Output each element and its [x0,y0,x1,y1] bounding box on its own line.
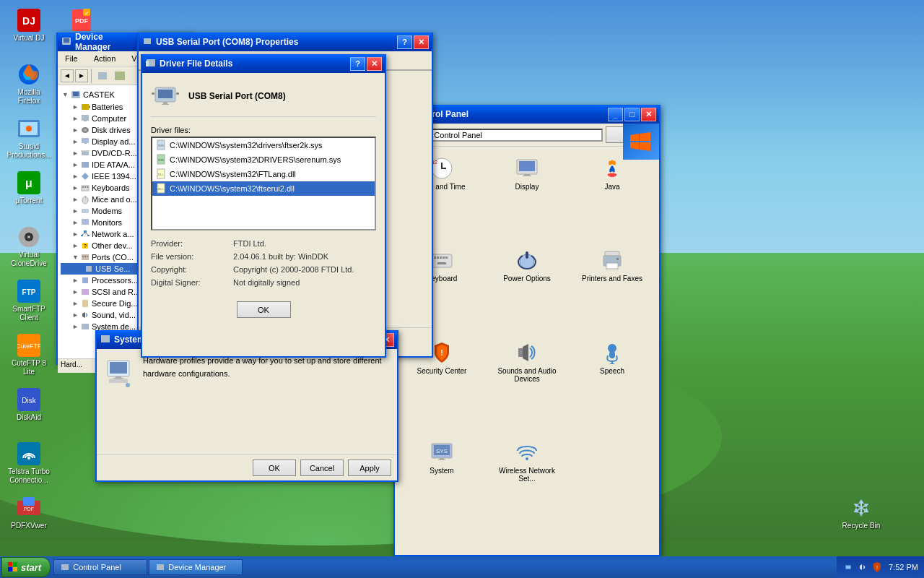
cp-label-speech: Speech [600,367,624,375]
driver-file-1[interactable]: SYS C:\WINDOWS\system32\drivers\ftser2k.… [152,138,375,152]
svg-line-90 [82,233,85,235]
file2-path: C:\WINDOWS\system32\DRIVERS\serenum.sys [170,155,341,164]
desktop-icon-utorrent[interactable]: μ µTorrent [4,168,54,208]
driver-file-4[interactable]: DLL C:\WINDOWS\system32\ftserui2.dll [152,181,375,196]
taskbar-item-control-panel[interactable]: Control Panel [53,559,147,575]
cp-icon-system[interactable]: SYS System [401,436,483,533]
cp-icon-java[interactable]: Java [571,152,653,241]
svg-rect-131 [61,564,69,570]
forward-btn[interactable]: ► [75,69,88,82]
system-icon: SYS [430,441,453,464]
desktop-icon-pdfxvwer[interactable]: PDF PDFXVwer [4,493,54,533]
cp-icon-printers[interactable]: Printers and Faxes [571,244,653,333]
expand-ports: ▼ [72,254,79,261]
cp-icon-sounds[interactable]: Sounds and Audio Devices [486,337,568,434]
svg-rect-58 [440,458,444,460]
toolbar-btn1[interactable] [95,68,110,84]
tree-label-processors: Processors... [92,276,138,285]
svg-rect-125 [109,379,128,383]
svg-rect-128 [13,562,17,566]
svg-text:PDF: PDF [75,17,89,25]
tree-label-sound: Sound, vid... [92,311,136,319]
control-panel-minimize-btn[interactable]: _ [608,108,623,121]
svg-rect-102 [82,324,89,329]
device-manager-icon [61,35,72,49]
driver-help-btn[interactable]: ? [350,57,365,71]
java-icon [601,157,624,180]
desktop-icon-stupid[interactable]: Stupid Productions... [4,114,54,163]
desktop-icon-firefox[interactable]: Mozilla Firefox [4,60,54,108]
svg-rect-122 [110,362,127,374]
svg-rect-105 [146,61,149,66]
svg-text:!: ! [876,565,878,570]
desktop-icon-clone[interactable]: Virtual CloneDrive [4,223,54,271]
driver-ok-btn[interactable]: OK [237,301,291,318]
driver-close-btn[interactable]: ✕ [367,57,382,71]
file1-icon: SYS [155,139,167,151]
volume-tray-icon [857,561,868,573]
svg-rect-53 [609,351,615,358]
system-apply-btn[interactable]: Apply [348,460,391,476]
telstra-label: Telstra Turbo Connectio... [6,467,51,485]
toolbar-sep1 [91,69,92,83]
menu-action[interactable]: Action [90,53,121,64]
diskaid-label: DiskAid [17,413,41,422]
cp-icon-display[interactable]: Display [486,152,568,241]
desktop-icon-recycle[interactable]: Recycle Bin [836,493,886,533]
desktop-icon-virtual-dj[interactable]: DJ Virtual DJ [4,6,54,46]
cp-icon-wireless[interactable]: Wireless Network Set... [486,436,568,533]
control-panel-close-btn[interactable]: ✕ [641,108,656,121]
expand-ide: ► [72,161,79,168]
usb-help-btn[interactable]: ? [397,35,412,49]
svg-rect-101 [82,300,88,307]
cuteftp-label: CuteFTP 8 Lite [6,359,51,376]
driver-details-controls: ? ✕ [350,57,382,71]
expand-other: ► [72,242,79,249]
system-ok-btn[interactable]: OK [253,460,296,476]
svg-rect-132 [157,564,164,570]
expand-computer: ► [72,115,79,122]
control-panel-maximize-btn[interactable]: □ [624,108,640,121]
cp-icon-power[interactable]: Power Options [486,244,568,333]
hw-profiles-text: Hardware profiles provide a way for you … [143,356,382,378]
system-cancel-btn[interactable]: Cancel [300,460,344,476]
file4-path: C:\WINDOWS\system32\ftserui2.dll [170,184,295,193]
desktop-icon-diskaid[interactable]: Disk DiskAid [4,385,54,425]
desktop-icon-smartftp[interactable]: FTP SmartFTP Client [4,277,54,325]
toolbar-btn2[interactable] [112,68,128,84]
svg-point-61 [526,457,528,460]
driver-file-3[interactable]: DLL C:\WINDOWS\system32\FTLang.dll [152,167,375,181]
security-icon: ! [430,341,453,364]
tree-label-mice: Mice and o... [92,195,137,204]
svg-rect-81 [84,186,86,188]
back-btn[interactable]: ◄ [61,69,74,82]
clone-label: Virtual CloneDrive [6,251,51,268]
clone-icon [17,225,40,249]
pdfxvwer-icon: PDF [17,496,40,519]
svg-rect-43 [437,262,446,264]
tree-label-display: Display ad... [92,137,136,146]
svg-rect-41 [443,256,445,259]
address-input[interactable]: Control Panel [430,129,603,142]
svg-text:DLL: DLL [158,187,164,191]
tree-label-ieee: IEEE 1394... [92,172,136,181]
taskbar-item-device-manager[interactable]: Device Manager [149,559,243,575]
usb-close-btn[interactable]: ✕ [414,35,429,49]
svg-rect-48 [606,263,618,269]
smartftp-label: SmartFTP Client [6,305,51,322]
stupid-label: Stupid Productions... [6,142,51,160]
start-button[interactable]: start [1,557,51,577]
svg-text:FTP: FTP [22,288,36,296]
desktop-icon-cuteftp[interactable]: CuteFTP CuteFTP 8 Lite [4,331,54,379]
driver-device-icon [151,82,180,111]
desktop-icon-telstra[interactable]: Telstra Turbo Connectio... [4,439,54,488]
svg-text:PDF: PDF [24,506,34,512]
windows-logo-area [623,124,659,160]
driver-file-2[interactable]: SYS C:\WINDOWS\system32\DRIVERS\serenum.… [152,152,375,167]
cp-icon-speech[interactable]: Speech [571,337,653,434]
menu-file[interactable]: File [61,53,82,64]
svg-rect-76 [82,152,89,155]
svg-rect-71 [84,121,87,121]
control-panel-icons-grid: 12 Date and Time Display [395,147,659,539]
control-panel-window: Control Panel _ □ ✕ Address Control Pane… [393,105,661,556]
